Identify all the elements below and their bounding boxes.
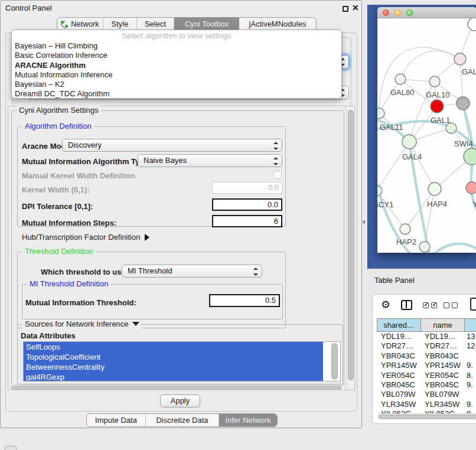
hub-definition-toggle[interactable]: Hub/Transcription Factor Definition	[22, 233, 149, 242]
import-table-icon[interactable]	[470, 298, 476, 311]
deselect-all-columns-icon[interactable]	[444, 302, 458, 308]
cell: YBL079W	[420, 390, 464, 399]
tab-impute-data[interactable]: Impute Data	[87, 414, 146, 426]
node-gcy1[interactable]	[377, 185, 382, 196]
table-row[interactable]: YBR045C YBR045C 9.	[377, 380, 476, 390]
close-traffic-light-icon[interactable]	[383, 9, 389, 16]
table-row[interactable]: YBL079W YBL079W	[377, 390, 476, 399]
tab-infer-network[interactable]: Infer Network	[219, 414, 277, 426]
minimize-traffic-light-icon[interactable]	[395, 9, 401, 16]
node-gal10[interactable]	[429, 76, 440, 87]
node-gal1-selected[interactable]	[431, 100, 444, 113]
node-salmon[interactable]	[466, 182, 476, 194]
algorithm-option[interactable]: Bayesian – K2	[12, 80, 341, 89]
column-header-name[interactable]: name	[421, 319, 465, 331]
settings-horizontal-scrollbar[interactable]	[10, 384, 345, 391]
table-horizontal-scrollbar[interactable]	[377, 413, 476, 420]
combo-stepper-icon	[273, 141, 278, 151]
table-row[interactable]: YDL19… YDL19… 13	[377, 332, 476, 341]
attribute-item-selected[interactable]: TopologicalCoefficient	[24, 352, 323, 362]
scrollbar-thumb[interactable]	[348, 110, 354, 380]
tab-jactivemnodules[interactable]: jActiveMNodules	[239, 18, 316, 30]
expand-right-icon	[145, 234, 149, 241]
tab-network[interactable]: Network	[57, 18, 103, 30]
node-hap2[interactable]	[400, 224, 410, 234]
zoom-traffic-light-icon[interactable]	[406, 9, 413, 16]
close-window-icon[interactable]: ✕	[352, 3, 359, 12]
sources-title-toggle[interactable]: Sources for Network Inference	[22, 319, 142, 328]
column-header-shared-name[interactable]: shared…	[377, 319, 421, 331]
kernel-width-field[interactable]: 0.0	[212, 182, 282, 194]
scrollbar-thumb[interactable]	[11, 386, 342, 390]
aracne-mode-combo[interactable]: Discovery	[62, 139, 282, 152]
splitter-arrow-icon[interactable]	[362, 220, 365, 224]
algorithm-option[interactable]: Dream8 DC_TDC Algorithm	[12, 89, 341, 99]
node-gal4[interactable]	[402, 135, 416, 149]
minimized-panel-chip[interactable]	[5, 446, 17, 450]
bottom-tabbar: Impute Data Discretize Data Infer Networ…	[86, 413, 278, 427]
which-threshold-combo[interactable]: MI Threshold	[122, 265, 262, 278]
node-gray[interactable]	[457, 97, 470, 110]
tab-discretize-data[interactable]: Discretize Data	[146, 414, 219, 426]
mi-threshold-field[interactable]: 0.5	[209, 294, 280, 307]
table-row[interactable]: YER054C YER054C 8.	[377, 371, 476, 380]
checked-box-icon	[423, 302, 429, 308]
float-window-icon[interactable]	[343, 6, 348, 12]
algorithm-option[interactable]: Mutual Information Inference	[12, 70, 341, 80]
tab-cyni-toolbox[interactable]: Cyni Toolbox	[174, 18, 239, 30]
cell: YBR043C	[420, 351, 464, 361]
algorithm-option-selected[interactable]: ARACNE Algorithm	[12, 61, 341, 70]
select-all-columns-icon[interactable]	[423, 302, 437, 308]
network-canvas[interactable]: GAL GAL80 GAL10 GAL1 GAL11 SWI4 GAL4 HAP…	[377, 18, 476, 253]
cell: YER054C	[420, 371, 464, 380]
tab-select[interactable]: Select	[137, 18, 174, 30]
checked-box-icon	[431, 302, 437, 308]
node-hap4[interactable]	[428, 182, 441, 195]
mi-steps-field[interactable]: 6	[212, 215, 282, 227]
list-scrollbar-thumb[interactable]	[331, 343, 338, 380]
settings-vertical-scrollbar[interactable]	[346, 107, 354, 389]
node-gal11[interactable]	[377, 108, 384, 119]
data-attributes-list[interactable]: SelfLoops TopologicalCoefficient Between…	[23, 341, 341, 381]
cell	[464, 390, 476, 399]
tab-label: Infer Network	[225, 416, 270, 425]
node-green-large[interactable]	[464, 148, 476, 165]
collapse-down-icon	[132, 322, 139, 326]
group-title: Algorithm Definition	[22, 122, 94, 131]
node-gal80[interactable]	[395, 74, 406, 84]
network-window-titlebar[interactable]	[377, 7, 476, 18]
tab-style[interactable]: Style	[103, 18, 137, 30]
mi-type-combo[interactable]: Naive Bayes	[138, 154, 282, 167]
gear-icon[interactable]: ⚙	[381, 298, 390, 311]
tab-label: Discretize Data	[156, 416, 208, 425]
table-row[interactable]: YPR145W YPR145W 9.	[377, 361, 476, 370]
node[interactable]	[468, 18, 476, 31]
algorithm-option[interactable]: Bayesian – Hill Climbing	[12, 41, 341, 51]
node-label: GAL80	[390, 88, 414, 97]
table-body: YDL19… YDL19… 13 YDR27… YDR27… 12 YBR043…	[377, 332, 476, 415]
window-title: Control Panel	[5, 4, 52, 12]
node[interactable]	[419, 242, 430, 252]
show-columns-icon[interactable]	[401, 300, 412, 310]
attribute-item-selected[interactable]: BetweennessCentrality	[24, 362, 323, 372]
manual-kernel-checkbox[interactable]	[273, 171, 282, 179]
node-label: HAP2	[396, 237, 416, 246]
algorithm-option[interactable]: Basic Correlation Inference	[12, 51, 341, 60]
network-desktop: GAL GAL80 GAL10 GAL1 GAL11 SWI4 GAL4 HAP…	[367, 5, 476, 269]
tab-label: Select	[145, 19, 166, 28]
apply-button[interactable]: Apply	[160, 394, 200, 407]
mi-type-label: Mutual Information Algorithm Type:	[22, 157, 151, 166]
node-gal[interactable]	[454, 53, 466, 65]
unchecked-box-icon	[452, 302, 458, 308]
mi-type-value: Naive Bayes	[144, 156, 187, 165]
attribute-item-selected[interactable]: SelfLoops	[24, 342, 323, 352]
scrollbar-thumb[interactable]	[379, 415, 476, 419]
table-row[interactable]: YLR345W YLR345W 9.	[377, 400, 476, 409]
cell: 13	[464, 332, 476, 341]
node-label: GAL1	[431, 116, 450, 125]
table-row[interactable]: YDR27… YDR27… 12	[377, 341, 476, 351]
dpi-tolerance-field[interactable]: 0.0	[212, 198, 282, 211]
attribute-item-selected[interactable]: gal4RGexp	[24, 372, 323, 381]
column-header-cut[interactable]	[465, 319, 476, 331]
table-row[interactable]: YBR043C YBR043C	[377, 351, 476, 361]
